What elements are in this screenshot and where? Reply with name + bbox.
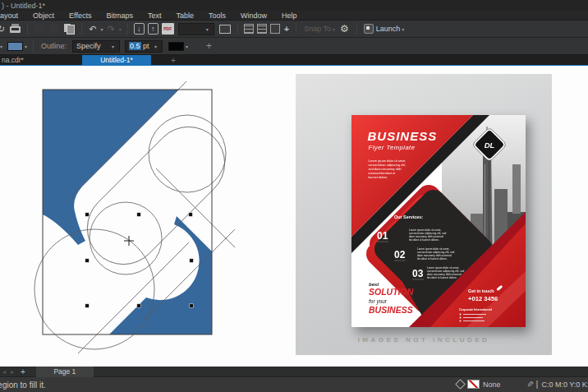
flyer-subtitle: Flyer Template bbox=[369, 144, 416, 151]
svg-text:consectetuer adipiscing elit,: consectetuer adipiscing elit, bbox=[369, 164, 406, 167]
service-item-3: 03 Lorem ipsum dolor sit amet, consectet… bbox=[412, 266, 464, 279]
page-navigation-bar: ◂ ▸ + Page 1 bbox=[0, 367, 588, 377]
redo-icon: ↷ bbox=[104, 25, 117, 34]
cut-icon bbox=[34, 24, 44, 34]
flyer-title: BUSINESS bbox=[368, 129, 438, 143]
separator bbox=[127, 23, 128, 35]
fill-status[interactable]: None bbox=[457, 380, 501, 389]
svg-text:for your: for your bbox=[369, 298, 388, 305]
add-property-icon[interactable]: + bbox=[201, 40, 217, 52]
menu-item-object[interactable]: Object bbox=[25, 12, 62, 20]
title-bar: ) - Untitled-1* bbox=[0, 0, 588, 11]
launch-dropdown-icon[interactable]: ▾ bbox=[400, 26, 406, 32]
service-number: 03 bbox=[412, 268, 424, 279]
chevron-down-icon: ▾ bbox=[204, 26, 210, 32]
selection-handle[interactable] bbox=[85, 304, 90, 308]
fill-color-swatch[interactable] bbox=[7, 42, 23, 51]
outline-width-value: 0.5 bbox=[129, 42, 141, 50]
publish-pdf-icon[interactable]: PDF bbox=[162, 23, 174, 35]
coreldraw-window: { "colors": { "accent": "#1d72b8", "obje… bbox=[0, 0, 588, 392]
guide-line bbox=[78, 242, 189, 353]
menu-item-effects[interactable]: Effects bbox=[62, 12, 99, 20]
undo-dropdown-icon[interactable]: ▾ bbox=[99, 26, 104, 32]
doc-tab-inactive[interactable]: na.cdr* bbox=[0, 55, 82, 65]
selection-handle[interactable] bbox=[189, 213, 193, 217]
next-page-icon: ▸ bbox=[8, 368, 16, 376]
print-icon[interactable] bbox=[7, 21, 23, 36]
add-page-button[interactable]: + bbox=[16, 367, 30, 376]
chevron-down-icon: ▾ bbox=[110, 44, 116, 49]
blue-shape-top-left[interactable] bbox=[43, 90, 179, 245]
selection-handle[interactable] bbox=[85, 259, 90, 263]
doc-tab-active[interactable]: Untitled-1* bbox=[82, 55, 151, 65]
menu-item-table[interactable]: Table bbox=[168, 12, 201, 20]
drawing-canvas[interactable]: DL BUSINESS Flyer Template Lorem ipsum d… bbox=[0, 66, 588, 367]
snap-cross-icon[interactable]: + bbox=[282, 24, 292, 34]
outline-status[interactable]: ✎ C:0 M:0 Y:0 K:10 bbox=[526, 380, 588, 389]
selection-handle[interactable] bbox=[137, 213, 141, 217]
copy-icon bbox=[49, 24, 59, 34]
zoom-level-select[interactable]: ▾ bbox=[178, 23, 214, 35]
selection-handle[interactable] bbox=[190, 259, 194, 263]
outline-width-input[interactable]: 0.5 pt ▾ bbox=[125, 40, 163, 53]
svg-text:euismod tincidunt ut: euismod tincidunt ut bbox=[369, 172, 396, 175]
document-tab-bar: na.cdr* Untitled-1* + bbox=[0, 55, 588, 66]
clipped-tool-icon[interactable]: ↻ bbox=[0, 25, 7, 34]
crosshair-cursor bbox=[124, 236, 134, 246]
snap-to-dropdown: Snap To bbox=[301, 25, 331, 33]
menu-item-bitmaps[interactable]: Bitmaps bbox=[99, 12, 140, 20]
fill-color-dropdown-icon[interactable]: ▾ bbox=[23, 44, 29, 49]
selection-handles[interactable] bbox=[85, 213, 194, 308]
separator bbox=[81, 23, 82, 35]
window-title: ) - Untitled-1* bbox=[2, 2, 45, 10]
fullscreen-preview-icon[interactable] bbox=[219, 25, 231, 34]
svg-text:SOLUTION: SOLUTION bbox=[369, 287, 414, 297]
status-hint: region to fill it. bbox=[0, 380, 46, 390]
options-gear-icon[interactable]: ⚙ bbox=[337, 23, 352, 35]
standard-toolbar: ↻ ↶▾ ↷▾ ↓ ↑ PDF ▾ + Snap To▾ ⚙ Launch ▾ bbox=[0, 21, 588, 38]
fill-bucket-icon bbox=[455, 379, 466, 390]
menu-item-layout[interactable]: Layout bbox=[0, 12, 25, 20]
paste-icon[interactable] bbox=[64, 24, 75, 35]
outline-color-swatch bbox=[536, 380, 538, 389]
blue-shape-bottom-right[interactable] bbox=[109, 216, 212, 334]
menu-item-window[interactable]: Window bbox=[233, 12, 274, 20]
menu-bar: Layout Object Effects Bitmaps Text Table… bbox=[0, 11, 588, 21]
printer-glyph bbox=[10, 26, 21, 33]
separator bbox=[296, 23, 296, 35]
view-plain-icon[interactable] bbox=[270, 24, 280, 34]
svg-text:laoreet dolore.: laoreet dolore. bbox=[369, 176, 388, 179]
launch-icon[interactable] bbox=[364, 24, 374, 34]
svg-text:BUSINESS: BUSINESS bbox=[369, 305, 413, 315]
service-number: 02 bbox=[394, 249, 406, 261]
export-icon[interactable]: ↑ bbox=[148, 23, 158, 35]
import-icon[interactable]: ↓ bbox=[134, 23, 145, 35]
outline-label: Outline: bbox=[38, 42, 70, 50]
outline-pen-icon: ✎ bbox=[526, 380, 535, 387]
menu-item-help[interactable]: Help bbox=[274, 12, 305, 20]
business-flyer-image[interactable]: DL BUSINESS Flyer Template Lorem ipsum d… bbox=[351, 115, 526, 327]
clipped-dropdown-icon[interactable]: ▾ bbox=[0, 44, 4, 49]
view-lines-icon[interactable] bbox=[244, 24, 254, 34]
selection-handle[interactable] bbox=[190, 304, 194, 308]
phone-number: +012 3456 bbox=[468, 295, 498, 302]
launch-button[interactable]: Launch bbox=[376, 25, 401, 33]
menu-item-tools[interactable]: Tools bbox=[201, 12, 233, 20]
logo-construction-artwork[interactable] bbox=[33, 78, 238, 353]
outline-mode-select[interactable]: Specify ▾ bbox=[72, 40, 120, 53]
menu-item-text[interactable]: Text bbox=[140, 12, 169, 20]
view-grid-icon[interactable] bbox=[257, 24, 267, 34]
selection-handle[interactable] bbox=[85, 213, 90, 217]
svg-text:tincidunt ut laoreet dolore.: tincidunt ut laoreet dolore. bbox=[409, 238, 439, 242]
page-tab[interactable]: Page 1 bbox=[36, 367, 94, 377]
outline-color-swatch[interactable] bbox=[168, 42, 184, 51]
outline-color-dropdown-icon[interactable]: ▾ bbox=[184, 44, 190, 49]
images-not-included-note: IMAGES NOT INCLUDED bbox=[296, 336, 552, 344]
undo-icon[interactable]: ↶ bbox=[86, 25, 99, 34]
outline-width-text: 0.5 pt bbox=[129, 42, 149, 50]
svg-text:tincidunt ut laoreet dolore.: tincidunt ut laoreet dolore. bbox=[427, 276, 457, 279]
property-bar: ▾ ▾ Outline: Specify ▾ 0.5 pt ▾ ▾ + bbox=[0, 38, 588, 55]
selection-handle[interactable] bbox=[137, 304, 141, 308]
service-item-2: 02 Lorem ipsum dolor sit amet, consectet… bbox=[394, 247, 454, 261]
new-document-tab-button[interactable]: + bbox=[166, 55, 181, 65]
